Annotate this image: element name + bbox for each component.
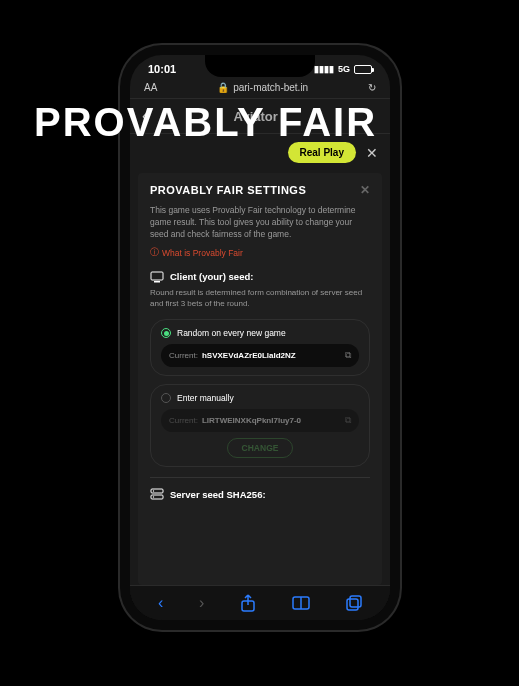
nav-back-icon[interactable]: ‹ — [158, 594, 163, 612]
modal-title: PROVABLY FAIR SETTINGS — [150, 184, 306, 196]
bookmarks-icon[interactable] — [292, 596, 310, 610]
browser-url[interactable]: 🔒 pari-match-bet.in — [217, 82, 308, 93]
copy-icon[interactable]: ⧉ — [345, 350, 351, 361]
random-seed-option[interactable]: Random on every new game Current: hSVXEV… — [150, 319, 370, 376]
reload-icon[interactable]: ↻ — [368, 82, 376, 93]
info-icon: ⓘ — [150, 247, 159, 259]
phone-notch — [205, 55, 315, 77]
text-size-control[interactable]: AA — [144, 82, 157, 93]
manual-seed-value: LlRTWEINXKqPknI7luy7-0 — [202, 416, 341, 425]
client-seed-header: Client (your) seed: — [150, 271, 370, 283]
client-seed-title: Client (your) seed: — [170, 271, 253, 282]
real-play-button[interactable]: Real Play — [288, 142, 356, 163]
manual-seed-box: Current: LlRTWEINXKqPknI7luy7-0 ⧉ — [161, 409, 359, 432]
random-option-label: Random on every new game — [177, 328, 286, 338]
current-label: Current: — [169, 351, 198, 360]
change-button[interactable]: CHANGE — [227, 438, 294, 458]
radio-unselected-icon[interactable] — [161, 393, 171, 403]
status-right: ▮▮▮▮ 5G — [314, 64, 372, 74]
lock-icon: 🔒 — [217, 82, 229, 93]
random-radio-row: Random on every new game — [161, 328, 359, 338]
random-seed-value: hSVXEVdAZrE0LlaId2NZ — [202, 351, 341, 360]
tabs-icon[interactable] — [346, 595, 362, 611]
manual-seed-option[interactable]: Enter manually Current: LlRTWEINXKqPknI7… — [150, 384, 370, 467]
modal-description: This game uses Provably Fair technology … — [150, 205, 370, 241]
modal-close-icon[interactable]: ✕ — [360, 183, 370, 197]
random-seed-box: Current: hSVXEVdAZrE0LlaId2NZ ⧉ — [161, 344, 359, 367]
computer-icon — [150, 271, 164, 283]
current-label: Current: — [169, 416, 198, 425]
browser-bar: AA 🔒 pari-match-bet.in ↻ — [130, 77, 390, 99]
svg-point-5 — [153, 496, 154, 497]
overlay-title: PROVABLY FAIR — [34, 100, 377, 145]
svg-rect-9 — [350, 596, 361, 607]
client-seed-description: Round result is determined form combinat… — [150, 287, 370, 309]
what-is-provably-fair-link[interactable]: ⓘ What is Provably Fair — [150, 247, 370, 259]
share-icon[interactable] — [240, 594, 256, 612]
modal-header: PROVABLY FAIR SETTINGS ✕ — [150, 183, 370, 197]
server-seed-title: Server seed SHA256: — [170, 489, 266, 500]
battery-icon — [354, 65, 372, 74]
server-icon — [150, 488, 164, 500]
info-link-text: What is Provably Fair — [162, 248, 243, 258]
svg-rect-1 — [154, 281, 160, 283]
svg-rect-0 — [151, 272, 163, 280]
manual-radio-row: Enter manually — [161, 393, 359, 403]
server-seed-header: Server seed SHA256: — [150, 477, 370, 500]
copy-icon[interactable]: ⧉ — [345, 415, 351, 426]
svg-rect-10 — [347, 599, 358, 610]
url-text: pari-match-bet.in — [233, 82, 308, 93]
status-time: 10:01 — [148, 63, 176, 75]
nav-forward-icon[interactable]: › — [199, 594, 204, 612]
svg-point-4 — [153, 490, 154, 491]
manual-option-label: Enter manually — [177, 393, 234, 403]
signal-icon: ▮▮▮▮ — [314, 64, 334, 74]
network-label: 5G — [338, 64, 350, 74]
safari-tabbar: ‹ › — [130, 585, 390, 620]
radio-selected-icon[interactable] — [161, 328, 171, 338]
provably-fair-modal: PROVABLY FAIR SETTINGS ✕ This game uses … — [138, 173, 382, 585]
close-icon[interactable]: ✕ — [366, 145, 378, 161]
